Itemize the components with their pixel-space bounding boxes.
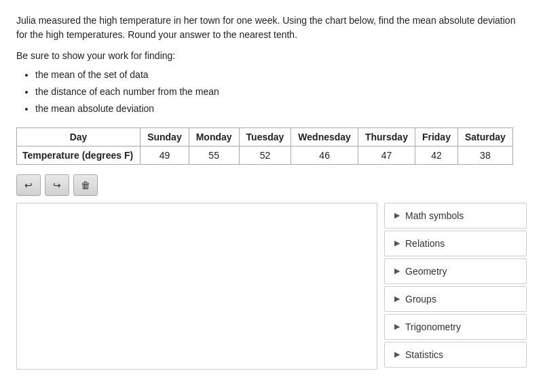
arrow-geometry: ▶ xyxy=(394,267,400,275)
temp-monday: 55 xyxy=(189,146,239,164)
bullet-item-2: the distance of each number from the mea… xyxy=(35,83,527,100)
bullet-item-3: the mean absolute deviation xyxy=(35,100,527,117)
arrow-relations: ▶ xyxy=(394,239,400,248)
label-groups: Groups xyxy=(405,294,436,305)
temp-sunday: 49 xyxy=(141,146,189,164)
col-header-saturday: Saturday xyxy=(457,128,512,146)
bullet-list: the mean of the set of data the distance… xyxy=(35,66,527,118)
symbol-relations[interactable]: ▶ Relations xyxy=(384,231,527,256)
col-header-wednesday: Wednesday xyxy=(291,128,358,146)
bottom-area: ▶ Math symbols ▶ Relations ▶ Geometry ▶ … xyxy=(16,203,527,370)
label-relations: Relations xyxy=(405,238,445,249)
toolbar: ↩ ↪ 🗑 xyxy=(16,174,527,196)
data-table: Day Sunday Monday Tuesday Wednesday Thur… xyxy=(16,128,513,165)
symbol-panel: ▶ Math symbols ▶ Relations ▶ Geometry ▶ … xyxy=(384,203,527,370)
row-label-temp: Temperature (degrees F) xyxy=(17,146,141,164)
arrow-trigonometry: ▶ xyxy=(394,322,400,331)
temp-saturday: 38 xyxy=(457,146,512,164)
label-statistics: Statistics xyxy=(405,349,443,360)
temp-wednesday: 46 xyxy=(291,146,358,164)
temp-tuesday: 52 xyxy=(239,146,291,164)
col-header-sunday: Sunday xyxy=(141,128,189,146)
col-header-monday: Monday xyxy=(189,128,239,146)
temp-thursday: 47 xyxy=(358,146,415,164)
show-work-label: Be sure to show your work for finding: xyxy=(16,50,527,61)
col-header-friday: Friday xyxy=(415,128,457,146)
answer-box[interactable] xyxy=(16,203,377,370)
symbol-trigonometry[interactable]: ▶ Trigonometry xyxy=(384,314,527,340)
symbol-statistics[interactable]: ▶ Statistics xyxy=(384,342,527,368)
label-math-symbols: Math symbols xyxy=(405,210,464,221)
label-trigonometry: Trigonometry xyxy=(405,321,461,332)
label-geometry: Geometry xyxy=(405,266,447,277)
bullet-item-1: the mean of the set of data xyxy=(35,66,527,83)
arrow-statistics: ▶ xyxy=(394,350,400,359)
question-text: Julia measured the high temperature in h… xyxy=(16,14,527,42)
symbol-geometry[interactable]: ▶ Geometry xyxy=(384,258,527,284)
redo-button[interactable]: ↪ xyxy=(45,174,69,196)
delete-button[interactable]: 🗑 xyxy=(73,174,98,196)
symbol-groups[interactable]: ▶ Groups xyxy=(384,286,527,312)
main-container: Julia measured the high temperature in h… xyxy=(0,0,543,383)
col-header-thursday: Thursday xyxy=(358,128,415,146)
arrow-math-symbols: ▶ xyxy=(394,211,400,220)
symbol-math-symbols[interactable]: ▶ Math symbols xyxy=(384,203,527,229)
temp-friday: 42 xyxy=(415,146,457,164)
col-header-day: Day xyxy=(17,128,141,146)
arrow-groups: ▶ xyxy=(394,294,400,303)
col-header-tuesday: Tuesday xyxy=(239,128,291,146)
undo-button[interactable]: ↩ xyxy=(16,174,41,196)
